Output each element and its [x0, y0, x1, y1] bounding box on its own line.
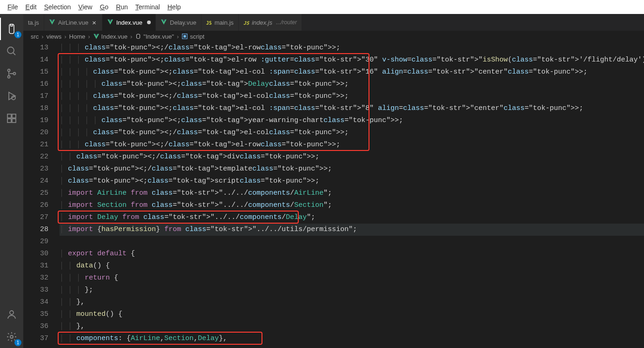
svg-rect-9 [12, 119, 16, 123]
svg-point-0 [7, 47, 14, 54]
breadcrumb-segment[interactable]: views [47, 33, 62, 40]
breadcrumb-segment[interactable]: "Index.vue" [135, 33, 174, 40]
editor[interactable]: 1314151617181920212223242526272829303132… [23, 42, 644, 348]
menu-edit[interactable]: Edit [22, 1, 40, 13]
tab-index-vue[interactable]: Index.vue [102, 14, 156, 31]
breadcrumb-segment[interactable]: src [31, 33, 39, 40]
breadcrumbs[interactable]: src›views›Home›Index.vue›"Index.vue"›scr… [23, 31, 644, 42]
menu-selection[interactable]: Selection [40, 1, 75, 13]
menu-help[interactable]: Help [164, 1, 185, 13]
tab-airline-vue[interactable]: AirLine.vue× [44, 14, 102, 31]
tab-delay-vue[interactable]: Delay.vue [156, 14, 201, 31]
breadcrumb-segment[interactable]: Index.vue [93, 33, 127, 40]
menu-run[interactable]: Run [112, 1, 132, 13]
menu-view[interactable]: View [74, 1, 96, 13]
breadcrumb-segment[interactable]: Home [69, 33, 86, 40]
svg-point-4 [13, 73, 16, 75]
code-content[interactable]: │ │ │ class="tok-punc"><;/class="tok-tag… [60, 42, 644, 348]
svg-point-3 [8, 76, 10, 78]
explorer-icon[interactable]: 1 [0, 18, 23, 40]
explorer-badge: 1 [14, 31, 21, 38]
breadcrumb-segment[interactable]: script [181, 33, 204, 40]
tab-modified-icon [147, 20, 151, 24]
line-gutter: 1314151617181920212223242526272829303132… [23, 42, 60, 348]
menu-go[interactable]: Go [96, 1, 112, 13]
svg-point-2 [8, 69, 10, 72]
svg-line-1 [13, 53, 15, 55]
svg-point-12 [10, 335, 13, 338]
svg-rect-8 [7, 119, 11, 123]
tab-main-js[interactable]: JSmain.js [201, 14, 239, 31]
tab-ta-js[interactable]: ta.js [23, 14, 44, 31]
settings-badge: 1 [14, 339, 21, 346]
svg-rect-7 [7, 114, 11, 118]
source-control-icon[interactable] [0, 62, 23, 85]
menu-terminal[interactable]: Terminal [132, 1, 164, 13]
settings-icon[interactable]: 1 [0, 326, 23, 348]
svg-point-11 [10, 311, 13, 314]
menu-file[interactable]: File [4, 1, 22, 13]
activity-bar: 1 1 [0, 14, 23, 348]
search-icon[interactable] [0, 40, 23, 62]
svg-rect-16 [184, 35, 186, 37]
tab-close-icon[interactable]: × [91, 19, 97, 27]
svg-rect-10 [12, 114, 16, 118]
tab-index-js[interactable]: JSindex.js.../router [239, 14, 302, 31]
debug-icon[interactable] [0, 85, 23, 107]
account-icon[interactable] [0, 303, 23, 326]
extensions-icon[interactable] [0, 107, 23, 130]
menubar: FileEditSelectionViewGoRunTerminalHelp [0, 0, 644, 14]
tab-bar: ta.jsAirLine.vue×Index.vueDelay.vueJSmai… [23, 14, 644, 31]
